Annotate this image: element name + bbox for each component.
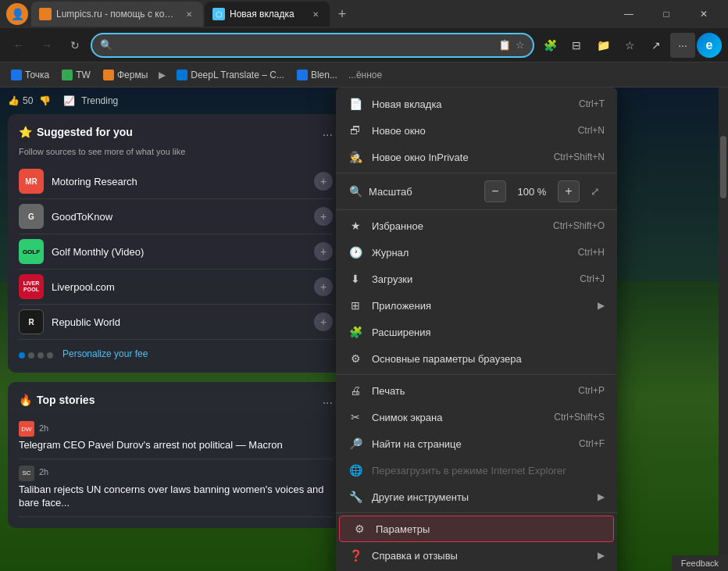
bookmark-label-deepl: DeepL Translate – C... [191,70,284,80]
toolbar-right: 🧩 ⊟ 📁 ☆ ↗ ··· e [537,33,722,58]
menu-item-help[interactable]: ❓ Справка и отзывы ▶ [336,542,617,569]
suggested-more-button[interactable]: ... [323,125,333,139]
menu-item-new-window[interactable]: 🗗 Новое окно Ctrl+N [336,117,617,144]
menu-item-new-tab[interactable]: 📄 Новая вкладка Ctrl+T [336,91,617,117]
menu-label-settings: Параметры [376,523,601,535]
new-tab-button[interactable]: + [331,3,353,25]
zoom-expand-button[interactable]: ⤢ [586,182,605,201]
like-count: 50 [23,95,33,106]
browser-frame: 👤 Lumpics.ru - помощь с компьют... ✕ ⬡ Н… [0,0,728,571]
more-icon[interactable]: ··· [670,33,695,58]
menu-item-history[interactable]: 🕐 Журнал Ctrl+H [336,239,617,266]
stories-title-text: Top stories [37,394,95,406]
dot-3 [37,352,44,359]
zoom-minus-button[interactable]: − [484,180,506,202]
inprivate-icon: 🕵 [348,150,362,164]
toolbar: ← → ↻ 🔍 📋 ☆ 🧩 ⊟ 📁 ☆ ↗ ··· e [0,28,728,62]
menu-item-apps[interactable]: ⊞ Приложения ▶ [336,292,617,319]
tab-newtab[interactable]: ⬡ Новая вкладка ✕ [205,2,330,27]
source-logo-gtk: G [19,204,44,229]
tab-close-newtab[interactable]: ✕ [309,8,322,20]
minimize-button[interactable]: — [611,2,647,27]
menu-item-settings[interactable]: ⚙ Параметры [339,516,614,542]
refresh-button[interactable]: ↻ [62,33,87,58]
dot-2 [28,352,34,359]
context-menu: 📄 Новая вкладка Ctrl+T 🗗 Новое окно Ctrl… [336,87,617,571]
bookmark-label-blen: Blen... [311,70,337,80]
menu-item-favorites[interactable]: ★ Избранное Ctrl+Shift+O [336,212,617,239]
collections-icon[interactable]: 📁 [591,33,616,58]
extensions-icon[interactable]: 🧩 [537,33,562,58]
menu-item-browser-settings[interactable]: ⚙ Основные параметры браузера [336,345,617,372]
tab-close-lumpics[interactable]: ✕ [183,8,195,20]
menu-item-inprivate[interactable]: 🕵 Новое окно InPrivate Ctrl+Shift+N [336,144,617,170]
menu-label-inprivate: Новое окно InPrivate [372,152,544,163]
source-add-golf[interactable]: + [314,242,333,261]
source-add-mr[interactable]: + [314,172,333,191]
dot-4 [47,352,53,359]
address-bar[interactable]: 🔍 📋 ☆ [91,33,534,58]
source-add-gtk[interactable]: + [314,207,333,226]
bookmark-favicon-blen [297,70,308,80]
close-button[interactable]: ✕ [686,2,722,27]
menu-label-history: Журнал [372,247,569,259]
source-name-golf: Golf Monthly (Video) [52,246,306,258]
bookmark-blen[interactable]: Blen... [292,68,342,82]
search-icon: 🔍 [100,39,112,51]
source-add-lfc[interactable]: + [314,277,333,296]
scrollbar[interactable] [719,87,728,571]
story-meta-1: 2h [39,423,48,433]
bookmark-tochka[interactable]: Точка [6,68,54,82]
shortcut-screenshot: Ctrl+Shift+S [554,412,605,423]
back-button[interactable]: ← [6,33,31,58]
story-item-1[interactable]: DW 2h Telegram CEO Pavel Durov's arrest … [19,415,333,459]
tab-favicon-lumpics [39,8,52,20]
suggested-card: ⭐ Suggested for you ... Follow sources t… [8,114,344,373]
forward-button[interactable]: → [34,33,59,58]
maximize-button[interactable]: □ [648,2,684,27]
profile-icon[interactable]: 👤 [6,3,28,25]
source-item-lfc: LIVERPOOL Liverpool.com + [19,269,333,305]
stories-more-button[interactable]: ... [323,393,333,407]
like-button[interactable]: 👍 50 [8,95,33,106]
new-tab-menu-icon: 📄 [348,97,362,111]
browser-settings-icon: ⚙ [348,352,362,366]
scroll-thumb[interactable] [720,136,726,198]
feedback-bar[interactable]: Feedback [672,555,728,571]
zoom-plus-button[interactable]: + [558,180,580,202]
menu-label-help: Справка и отзывы [372,550,588,562]
split-tab-icon[interactable]: ⊟ [564,33,589,58]
menu-label-downloads: Загрузки [372,273,570,285]
bookmark-fermy[interactable]: Фермы [98,68,152,82]
bookmark-deepl[interactable]: DeepL Translate – C... [172,68,289,82]
personalize-link[interactable]: Personalize your fee [62,348,148,359]
page-content: 👍 50 👎 📈 Trending ⭐ Suggested for you [0,87,728,571]
story-source-dw: DW [19,421,34,437]
shortcut-downloads: Ctrl+J [580,273,605,284]
favorites-toolbar-icon[interactable]: ☆ [617,33,642,58]
other-tools-icon: 🔧 [348,490,362,504]
menu-item-downloads[interactable]: ⬇ Загрузки Ctrl+J [336,266,617,292]
source-add-rep[interactable]: + [314,312,333,331]
pagination-dots [19,346,53,362]
apps-arrow: ▶ [598,300,605,311]
menu-item-screenshot[interactable]: ✂ Снимок экрана Ctrl+Shift+S [336,404,617,430]
share-icon[interactable]: ↗ [644,33,669,58]
source-logo-rep: R [19,309,44,334]
menu-item-extensions[interactable]: 🧩 Расширения [336,319,617,345]
downloads-icon: ⬇ [348,272,362,286]
source-item-golf: GOLF Golf Monthly (Video) + [19,234,333,269]
tab-lumpics[interactable]: Lumpics.ru - помощь с компьют... ✕ [31,2,203,27]
story-item-2[interactable]: SC 2h Taliban rejects UN concerns over l… [19,459,333,517]
story-title-2: Taliban rejects UN concerns over laws ba… [19,484,333,510]
menu-label-new-window: Новое окно [372,125,569,137]
suggested-title-text: Suggested for you [37,126,133,138]
ie-mode-icon: 🌐 [348,463,362,477]
menu-item-other-tools[interactable]: 🔧 Другие инструменты ▶ [336,484,617,510]
zoom-value: 100 % [512,186,551,198]
address-input[interactable] [117,39,494,51]
bookmark-tw[interactable]: TW [57,68,95,82]
menu-item-find[interactable]: 🔎 Найти на странице Ctrl+F [336,430,617,457]
menu-item-print[interactable]: 🖨 Печать Ctrl+P [336,377,617,404]
reading-list-icon: 📋 [498,39,511,51]
